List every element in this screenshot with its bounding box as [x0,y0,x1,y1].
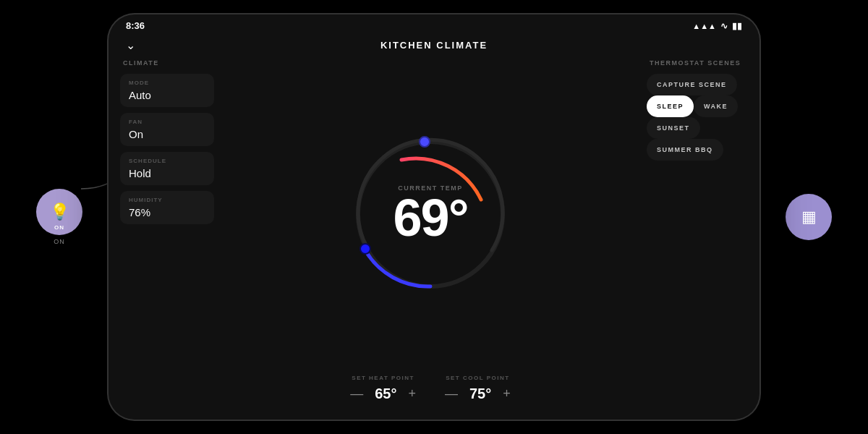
heat-plus-btn[interactable]: + [405,386,419,401]
cool-point-controls: — 75° + [442,386,514,402]
light-accessory-circle[interactable]: 💡 ON [36,189,82,235]
climate-panel-label: CLIMATE [120,59,214,67]
mode-label: MODE [129,80,205,86]
heat-minus-btn[interactable]: — [347,386,366,401]
thermostat-area: CURRENT TEMP 69° [344,59,517,369]
status-time: 8:36 [126,20,145,31]
cool-point-value: 75° [469,386,491,402]
header: ⌄ KITCHEN CLIMATE [109,37,760,59]
wifi-icon: ∿ [720,21,728,31]
fan-value: On [129,128,205,140]
center-panel: CURRENT TEMP 69° SET HEAT POINT — 65° + … [226,59,635,408]
light-on-badge: ON [54,224,64,231]
left-accessory-label: ON [54,238,65,245]
humidity-value: 76% [129,206,205,218]
cool-point: SET COOL POINT — 75° + [442,375,514,402]
battery-icon: ▮▮ [732,21,742,31]
heat-point-controls: — 65° + [347,386,419,402]
mode-card[interactable]: MODE Auto [120,74,214,107]
climate-panel: CLIMATE MODE Auto FAN On SCHEDULE Hold H… [120,59,214,408]
status-bar: 8:36 ▲▲▲ ∿ ▮▮ [109,14,760,37]
cool-plus-btn[interactable]: + [500,386,514,401]
cool-minus-btn[interactable]: — [442,386,461,401]
schedule-label: SCHEDULE [129,158,205,164]
gauge-container[interactable]: CURRENT TEMP 69° [344,127,517,301]
right-accessory[interactable]: ▦ [786,194,832,240]
mode-value: Auto [129,89,205,101]
scene-buttons-container: CAPTURE SCENESLEEPWAKESUNSETSUMMER BBQ [647,74,748,161]
set-points: SET HEAT POINT — 65° + SET COOL POINT — … [347,375,514,402]
scene-btn-wake[interactable]: WAKE [694,95,738,117]
schedule-value: Hold [129,167,205,179]
scene-btn-sleep[interactable]: SLEEP [647,95,694,117]
scenes-panel: THERMOSTAT SCENES CAPTURE SCENESLEEPWAKE… [647,59,748,408]
heat-point: SET HEAT POINT — 65° + [347,375,419,402]
heat-point-label: SET HEAT POINT [352,375,414,381]
svg-point-2 [360,244,370,254]
right-accessory-circle[interactable]: ▦ [786,194,832,240]
fan-card[interactable]: FAN On [120,113,214,146]
scene-btn-sunset[interactable]: SUNSET [647,117,700,139]
status-icons: ▲▲▲ ∿ ▮▮ [692,21,742,31]
humidity-card[interactable]: HUMIDITY 76% [120,191,214,224]
collapse-chevron[interactable]: ⌄ [126,38,135,52]
scenes-panel-label: THERMOSTAT SCENES [647,59,748,67]
scene-btn-capture-scene[interactable]: CAPTURE SCENE [647,74,737,95]
humidity-label: HUMIDITY [129,197,205,203]
tablet-frame: 8:36 ▲▲▲ ∿ ▮▮ ⌄ KITCHEN CLIMATE CLIMATE … [109,14,760,420]
scene-btn-summer-bbq[interactable]: SUMMER BBQ [647,139,723,161]
left-accessory[interactable]: 💡 ON ON [36,189,82,245]
gauge-center: CURRENT TEMP 69° [393,184,468,244]
page-title: KITCHEN CLIMATE [380,40,488,51]
main-content: CLIMATE MODE Auto FAN On SCHEDULE Hold H… [109,59,760,420]
current-temp-value: 69° [393,192,468,244]
fan-label: FAN [129,119,205,125]
cool-point-label: SET COOL POINT [446,375,509,381]
svg-point-3 [420,137,430,147]
heat-point-value: 65° [375,386,396,402]
signal-icon: ▲▲▲ [692,22,716,30]
schedule-card[interactable]: SCHEDULE Hold [120,152,214,185]
light-bulb-icon: 💡 [50,203,69,221]
heater-icon: ▦ [801,208,817,226]
